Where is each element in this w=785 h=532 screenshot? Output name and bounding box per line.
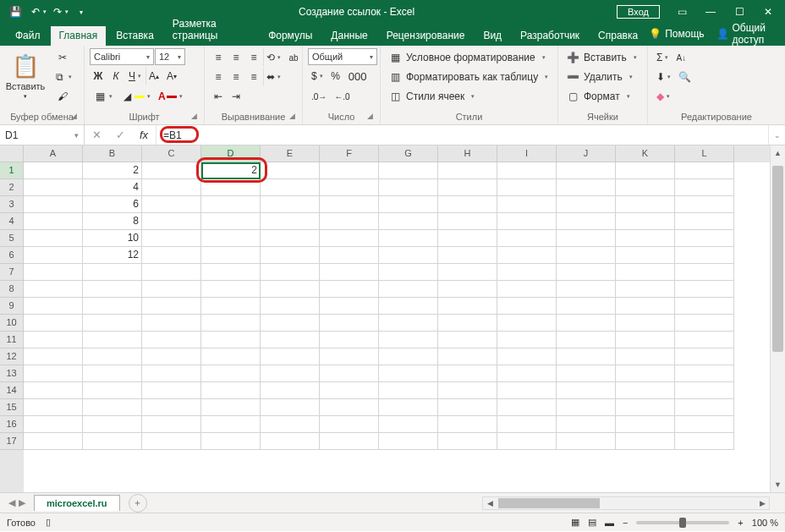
cell-C8[interactable] [142, 281, 201, 298]
tell-me-button[interactable]: 💡Помощь [648, 27, 704, 41]
column-header-A[interactable]: A [24, 145, 83, 162]
cell-I13[interactable] [497, 365, 557, 382]
cell-C16[interactable] [142, 416, 201, 433]
cell-I9[interactable] [497, 298, 557, 315]
cell-D8[interactable] [201, 281, 261, 298]
cell-E8[interactable] [261, 281, 320, 298]
cell-K9[interactable] [616, 298, 675, 315]
cell-A10[interactable] [24, 315, 83, 332]
tab-insert[interactable]: Вставка [107, 26, 162, 46]
borders-button[interactable]: ▦ [90, 87, 116, 106]
cell-L17[interactable] [675, 433, 734, 450]
column-header-I[interactable]: I [497, 145, 557, 162]
cell-F11[interactable] [320, 332, 379, 348]
scroll-left-button[interactable]: ◀ [483, 499, 497, 507]
cell-J2[interactable] [557, 179, 616, 196]
cell-F12[interactable] [320, 348, 379, 365]
cell-L1[interactable] [675, 162, 734, 179]
cell-B12[interactable] [83, 348, 142, 365]
cell-E16[interactable] [261, 416, 320, 433]
zoom-slider[interactable] [636, 521, 729, 524]
cell-A3[interactable] [24, 196, 83, 213]
cell-J8[interactable] [557, 281, 616, 298]
cell-F4[interactable] [320, 213, 379, 230]
cancel-formula-button[interactable]: ✕ [85, 129, 108, 141]
column-header-C[interactable]: C [142, 145, 201, 162]
scroll-right-button[interactable]: ▶ [755, 499, 769, 507]
cell-J1[interactable] [557, 162, 616, 179]
cell-C14[interactable] [142, 382, 201, 399]
view-normal-button[interactable]: ▦ [571, 517, 579, 528]
font-size-select[interactable]: 12▾ [155, 48, 185, 65]
cell-G13[interactable] [379, 365, 438, 382]
cell-A15[interactable] [24, 399, 83, 416]
sheet-nav-prev[interactable]: ◀ [8, 497, 15, 508]
row-header-12[interactable]: 12 [0, 348, 24, 365]
cell-D1[interactable]: 2 [201, 162, 261, 179]
horizontal-scrollbar[interactable]: ◀ ▶ [482, 496, 770, 510]
paste-button[interactable]: 📋 Вставить ▾ [5, 48, 46, 104]
sheet-nav-next[interactable]: ▶ [19, 497, 25, 508]
cell-B3[interactable]: 6 [83, 196, 142, 213]
cell-J16[interactable] [557, 416, 616, 433]
cell-A1[interactable] [24, 162, 83, 179]
cell-C4[interactable] [142, 213, 201, 230]
cell-C15[interactable] [142, 399, 201, 416]
cell-L6[interactable] [675, 247, 734, 264]
cell-A6[interactable] [24, 247, 83, 264]
cell-L11[interactable] [675, 332, 734, 348]
signin-button[interactable]: Вход [617, 5, 660, 19]
cell-I1[interactable] [497, 162, 557, 179]
cell-L8[interactable] [675, 281, 734, 298]
shrink-font-button[interactable]: A▾ [163, 67, 180, 85]
row-header-9[interactable]: 9 [0, 298, 24, 315]
cell-J9[interactable] [557, 298, 616, 315]
cell-J12[interactable] [557, 348, 616, 365]
fill-color-button[interactable]: ◢ [117, 87, 154, 106]
cell-E7[interactable] [261, 264, 320, 281]
cell-I8[interactable] [497, 281, 557, 298]
cell-E11[interactable] [261, 332, 320, 348]
cells-area[interactable]: 224681012 [24, 162, 770, 492]
cell-K16[interactable] [616, 416, 675, 433]
cell-B5[interactable]: 10 [83, 230, 142, 247]
cell-L9[interactable] [675, 298, 734, 315]
cell-K1[interactable] [616, 162, 675, 179]
column-header-D[interactable]: D [201, 145, 261, 162]
clear-button[interactable]: ◆ [653, 87, 673, 106]
cell-L7[interactable] [675, 264, 734, 281]
row-header-11[interactable]: 11 [0, 332, 24, 348]
cell-I4[interactable] [497, 213, 557, 230]
cell-E14[interactable] [261, 382, 320, 399]
find-button[interactable]: 🔍 [675, 68, 694, 86]
cell-I16[interactable] [497, 416, 557, 433]
cell-C17[interactable] [142, 433, 201, 450]
increase-decimal-button[interactable]: .0→ [308, 87, 330, 106]
tab-review[interactable]: Рецензирование [378, 26, 474, 46]
cell-D7[interactable] [201, 264, 261, 281]
cell-G11[interactable] [379, 332, 438, 348]
cell-I14[interactable] [497, 382, 557, 399]
cell-G3[interactable] [379, 196, 438, 213]
cell-E13[interactable] [261, 365, 320, 382]
increase-indent-button[interactable]: ⇥ [228, 87, 244, 106]
orientation-button[interactable]: ⟲ [263, 48, 284, 67]
close-button[interactable]: ✕ [755, 3, 782, 21]
cell-H1[interactable] [438, 162, 497, 179]
cell-A13[interactable] [24, 365, 83, 382]
cell-F6[interactable] [320, 247, 379, 264]
cell-B10[interactable] [83, 315, 142, 332]
align-left-button[interactable]: ≡ [210, 68, 227, 86]
cell-L15[interactable] [675, 399, 734, 416]
italic-button[interactable]: К [107, 67, 124, 85]
zoom-in-button[interactable]: + [738, 518, 743, 528]
cell-F8[interactable] [320, 281, 379, 298]
cell-K17[interactable] [616, 433, 675, 450]
cell-E2[interactable] [261, 179, 320, 196]
cell-L4[interactable] [675, 213, 734, 230]
tab-file[interactable]: Файл [7, 26, 49, 46]
cell-B1[interactable]: 2 [83, 162, 142, 179]
cell-D9[interactable] [201, 298, 261, 315]
zoom-level[interactable]: 100 % [752, 518, 778, 528]
cell-C9[interactable] [142, 298, 201, 315]
